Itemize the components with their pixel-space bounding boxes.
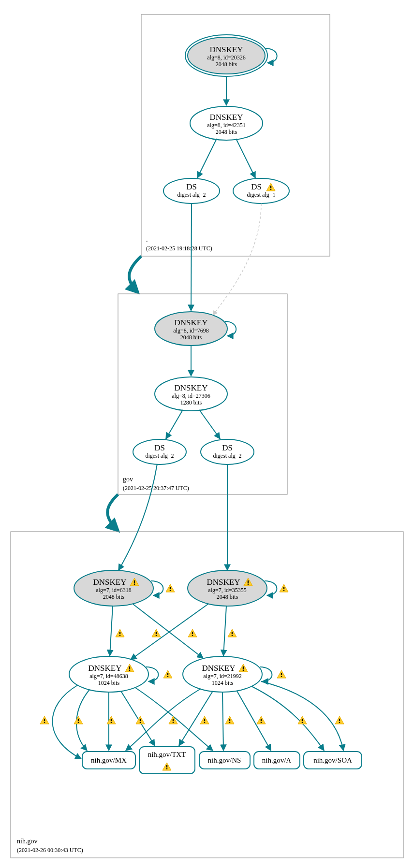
svg-text:alg=7, id=21992: alg=7, id=21992: [203, 673, 242, 680]
edge-zsk2-ns: [222, 692, 223, 751]
svg-text:digest alg=2: digest alg=2: [177, 191, 206, 198]
warning-icon: [200, 716, 209, 724]
edge-ds2-govksk: [213, 203, 261, 315]
edge-nihksk2-zsk2: [223, 606, 226, 656]
rrset-soa: nih.gov/SOA: [304, 752, 362, 769]
node-nih-zsk1: DNSKEY alg=7, id=48638 1024 bits: [69, 656, 148, 692]
svg-text:digest alg=1: digest alg=1: [247, 191, 275, 198]
zone-root-timestamp: (2021-02-25 19:18:28 UTC): [146, 245, 212, 252]
svg-text:1280 bits: 1280 bits: [180, 399, 202, 406]
node-nih-ksk2: DNSKEY alg=7, id=35355 2048 bits: [188, 570, 267, 606]
zone-root-name: .: [146, 236, 148, 243]
node-nih-zsk2: DNSKEY alg=7, id=21992 1024 bits: [183, 656, 262, 692]
warning-icon: [166, 584, 175, 592]
svg-text:nih.gov/NS: nih.gov/NS: [208, 756, 241, 764]
svg-text:alg=7, id=6318: alg=7, id=6318: [96, 587, 132, 593]
warning-icon: [40, 716, 49, 724]
warning-icon: [152, 629, 161, 637]
edge-root-zsk-ds2: [236, 139, 255, 178]
svg-text:DS: DS: [154, 443, 165, 452]
svg-text:DS: DS: [222, 443, 233, 452]
zone-arrow-root-gov: [129, 256, 141, 292]
warning-icon: [107, 716, 116, 724]
rrset-a: nih.gov/A: [254, 752, 300, 769]
edge-govzsk-ds1: [166, 410, 183, 439]
zone-gov-name: gov: [123, 476, 133, 483]
svg-text:digest alg=2: digest alg=2: [213, 452, 241, 459]
node-root-ds2: DS digest alg=1: [233, 178, 289, 203]
svg-text:DNSKEY: DNSKEY: [89, 664, 122, 673]
svg-text:nih.gov/A: nih.gov/A: [262, 756, 292, 764]
svg-text:nih.gov/TXT: nih.gov/TXT: [148, 751, 186, 758]
svg-text:DS: DS: [186, 182, 197, 191]
edge-govzsk-ds2: [199, 410, 220, 439]
svg-text:alg=7, id=48638: alg=7, id=48638: [89, 673, 128, 680]
svg-text:2048 bits: 2048 bits: [180, 334, 202, 341]
svg-text:2048 bits: 2048 bits: [217, 593, 238, 600]
node-root-ds1: DS digest alg=2: [163, 178, 220, 203]
svg-text:1024 bits: 1024 bits: [98, 680, 120, 686]
node-gov-ds2: DS digest alg=2: [201, 439, 254, 464]
warning-icon: [335, 716, 344, 724]
svg-text:nih.gov/SOA: nih.gov/SOA: [313, 756, 352, 764]
svg-text:alg=8, id=42351: alg=8, id=42351: [207, 122, 246, 129]
svg-text:DNSKEY: DNSKEY: [175, 318, 208, 327]
svg-text:DNSKEY: DNSKEY: [210, 45, 243, 54]
svg-text:nih.gov/MX: nih.gov/MX: [91, 756, 127, 764]
svg-text:nih.gov: nih.gov: [17, 838, 37, 845]
edge-ds1-govksk: [191, 203, 192, 311]
svg-text:2048 bits: 2048 bits: [103, 593, 125, 600]
warning-icon: [277, 670, 286, 678]
edge-nihksk1-zsk1: [110, 606, 113, 656]
warning-icon: [280, 584, 288, 592]
svg-text:DS: DS: [251, 182, 262, 191]
rrset-mx: nih.gov/MX: [82, 752, 135, 769]
dnssec-chain-diagram: . (2021-02-25 19:18:28 UTC) DNSKEY alg=8…: [0, 0, 414, 868]
svg-text:DNSKEY: DNSKEY: [175, 383, 208, 392]
edge-zsk1-txt: [121, 691, 155, 746]
zone-nih: nih.gov (2021-02-26 00:30:43 UTC) DNSKEY…: [11, 464, 403, 858]
svg-text:alg=8, id=7698: alg=8, id=7698: [173, 327, 209, 334]
svg-text:alg=8, id=27306: alg=8, id=27306: [172, 392, 210, 399]
svg-text:DNSKEY: DNSKEY: [210, 113, 243, 122]
node-gov-ksk: DNSKEY alg=8, id=7698 2048 bits: [155, 312, 227, 346]
node-root-zsk: DNSKEY alg=8, id=42351 2048 bits: [190, 106, 263, 140]
edge-nihksk2-zsk1: [131, 604, 208, 660]
edge-root-zsk-ds1: [197, 139, 217, 178]
warning-icon: [169, 716, 177, 724]
svg-text:digest alg=2: digest alg=2: [145, 452, 174, 459]
node-nih-ksk1: DNSKEY alg=7, id=6318 2048 bits: [74, 570, 153, 606]
warning-icon: [257, 716, 266, 724]
warning-icon: [225, 716, 234, 724]
svg-text:alg=8, id=20326: alg=8, id=20326: [207, 54, 246, 61]
zone-arrow-gov-nih: [107, 494, 118, 531]
svg-text:(2021-02-25 20:37:47 UTC): (2021-02-25 20:37:47 UTC): [123, 485, 189, 492]
edge-zsk2-a: [237, 691, 271, 751]
warning-icon: [228, 629, 237, 637]
warning-icon: [116, 629, 124, 637]
rrset-ns: nih.gov/NS: [199, 752, 250, 769]
zone-root: . (2021-02-25 19:18:28 UTC) DNSKEY alg=8…: [141, 14, 330, 256]
node-gov-zsk: DNSKEY alg=8, id=27306 1280 bits: [155, 377, 227, 411]
svg-text:DNSKEY: DNSKEY: [202, 664, 236, 673]
svg-text:DNSKEY: DNSKEY: [207, 578, 240, 587]
node-root-ksk: DNSKEY alg=8, id=20326 2048 bits: [185, 35, 267, 76]
svg-text:1024 bits: 1024 bits: [212, 680, 234, 686]
rrset-txt: nih.gov/TXT: [139, 747, 195, 774]
node-gov-ds1: DS digest alg=2: [133, 439, 186, 464]
svg-text:2048 bits: 2048 bits: [216, 61, 237, 68]
warning-icon: [188, 629, 197, 637]
warning-icon: [74, 716, 83, 724]
svg-text:(2021-02-26 00:30:43 UTC): (2021-02-26 00:30:43 UTC): [17, 847, 83, 854]
warning-icon: [163, 670, 172, 678]
svg-text:alg=7, id=35355: alg=7, id=35355: [208, 587, 247, 593]
svg-text:2048 bits: 2048 bits: [216, 129, 237, 135]
svg-text:DNSKEY: DNSKEY: [93, 578, 127, 587]
edge-zsk2-mx: [126, 689, 201, 751]
